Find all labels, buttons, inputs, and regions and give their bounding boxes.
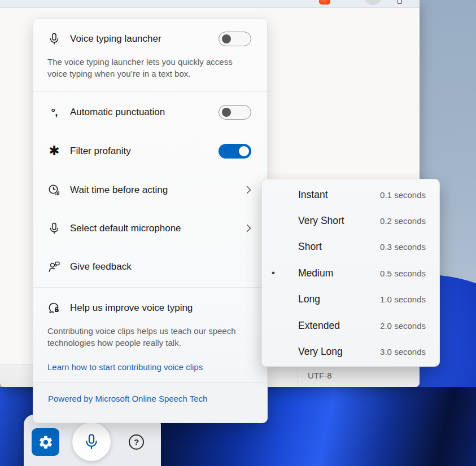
status-bar-divider (298, 368, 298, 384)
row-label: Wait time before acting (70, 184, 246, 196)
option-value: 0.2 seconds (380, 216, 426, 226)
divider (33, 91, 267, 92)
browser-favicon-icon (319, 0, 330, 5)
menu-item-instant[interactable]: Instant 0.1 seconds (262, 182, 439, 208)
option-name: Extended (285, 320, 380, 332)
learn-contributing-link[interactable]: Learn how to start contributing voice cl… (33, 357, 267, 381)
option-value: 0.5 seconds (380, 269, 426, 278)
row-voice-typing-launcher[interactable]: Voice typing launcher (33, 25, 267, 52)
punctuation-icon: °, (47, 105, 62, 120)
extension-icon (398, 0, 402, 4)
improve-description: Contributing voice clips helps us teach … (33, 322, 267, 357)
bubble-lock-icon (47, 301, 62, 315)
option-value: 1.0 seconds (380, 294, 426, 304)
launcher-description: The voice typing launcher lets you quick… (33, 52, 267, 88)
asterisk-icon: ✱ (47, 144, 62, 159)
encoding-label: UTF-8 (308, 371, 332, 380)
clock-bars-icon (47, 183, 62, 197)
row-label: Filter profanity (70, 146, 219, 157)
row-give-feedback[interactable]: Give feedback (33, 253, 267, 280)
wait-time-submenu: Instant 0.1 seconds Very Short 0.2 secon… (261, 179, 440, 367)
menu-item-long[interactable]: Long 1.0 seconds (262, 287, 439, 313)
chevron-right-icon (246, 186, 251, 194)
menu-item-short[interactable]: Short 0.3 seconds (262, 234, 439, 260)
settings-button[interactable] (32, 428, 59, 456)
menu-item-medium[interactable]: • Medium 0.5 seconds (262, 260, 439, 286)
microphone-icon (47, 32, 62, 46)
selected-marker: • (262, 267, 285, 279)
row-label: Help us improve voice typing (70, 302, 251, 314)
row-automatic-punctuation[interactable]: °, Automatic punctuation (33, 99, 267, 126)
feedback-person-icon (47, 260, 62, 274)
help-button[interactable]: ? (129, 434, 144, 450)
question-mark-icon: ? (134, 437, 139, 447)
filter-profanity-toggle[interactable] (219, 144, 251, 159)
background-window-titlebar (0, 0, 420, 8)
row-filter-profanity[interactable]: ✱ Filter profanity (33, 138, 267, 165)
row-wait-time[interactable]: Wait time before acting (33, 177, 267, 204)
avatar (364, 0, 382, 5)
option-name: Long (285, 293, 380, 305)
option-value: 0.1 seconds (380, 190, 426, 200)
microphone-icon (82, 433, 101, 451)
microphone-icon (47, 221, 62, 236)
row-label: Give feedback (70, 261, 251, 272)
menu-item-very-long[interactable]: Very Long 3.0 seconds (262, 338, 439, 364)
desktop: UTF-8 ? Voice typing launcher The v (0, 0, 476, 466)
microphone-button[interactable] (72, 423, 111, 461)
automatic-punctuation-toggle[interactable] (219, 105, 251, 120)
menu-item-very-short[interactable]: Very Short 0.2 seconds (262, 208, 439, 234)
divider (33, 287, 267, 288)
option-value: 2.0 seconds (380, 321, 426, 331)
option-value: 3.0 seconds (380, 347, 426, 357)
powered-by-link[interactable]: Powered by Microsoft Online Speech Tech (48, 394, 207, 403)
option-name: Short (285, 241, 380, 253)
option-name: Very Long (285, 346, 380, 358)
option-name: Instant (285, 189, 380, 201)
menu-item-extended[interactable]: Extended 2.0 seconds (262, 313, 439, 338)
chevron-right-icon (246, 224, 251, 232)
option-value: 0.3 seconds (380, 242, 426, 252)
row-label: Voice typing launcher (70, 33, 219, 45)
flyout-footer: Powered by Microsoft Online Speech Tech (33, 382, 267, 415)
row-help-us-improve: Help us improve voice typing (33, 294, 267, 322)
row-label: Automatic punctuation (70, 107, 219, 118)
voice-typing-settings-flyout: Voice typing launcher The voice typing l… (33, 18, 268, 423)
gear-icon (38, 434, 54, 450)
voice-typing-launcher-toggle[interactable] (219, 32, 251, 46)
option-name: Very Short (285, 215, 380, 227)
row-label: Select default microphone (70, 223, 246, 234)
option-name: Medium (285, 267, 380, 279)
row-select-default-microphone[interactable]: Select default microphone (33, 215, 267, 242)
